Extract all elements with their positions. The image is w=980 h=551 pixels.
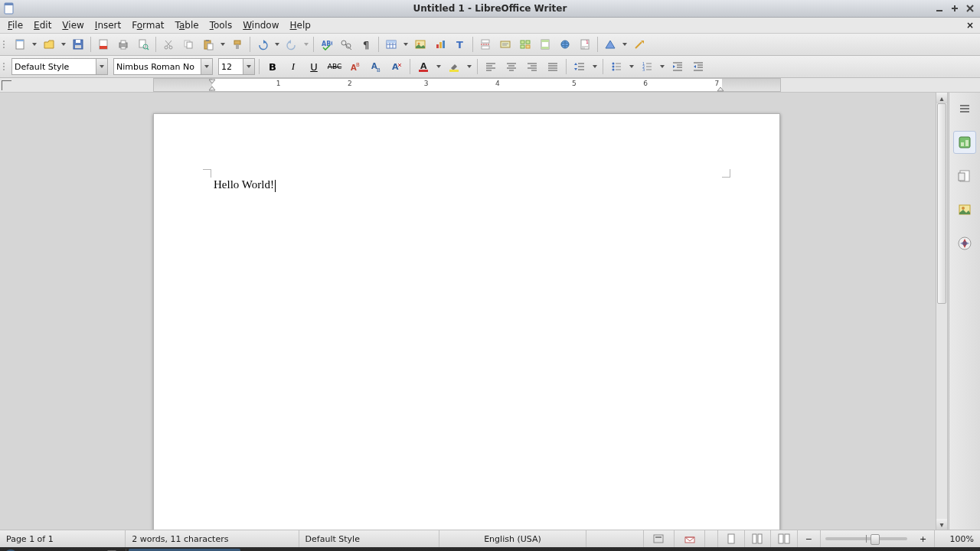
- print-preview-button[interactable]: [134, 35, 152, 54]
- bold-button[interactable]: B: [263, 57, 282, 76]
- zoom-in-button[interactable]: +: [912, 530, 936, 547]
- line-spacing-button[interactable]: [570, 57, 589, 76]
- redo-button[interactable]: [283, 35, 301, 54]
- align-center-button[interactable]: [502, 57, 521, 76]
- field-button[interactable]: [496, 35, 514, 54]
- line-spacing-dropdown[interactable]: [591, 58, 599, 75]
- menu-insert[interactable]: Insert: [90, 18, 126, 32]
- page[interactable]: Hello World!: [153, 113, 780, 530]
- clear-formatting-button[interactable]: A: [387, 57, 406, 76]
- chart-button[interactable]: [431, 35, 449, 54]
- menu-tools[interactable]: Tools: [205, 18, 237, 32]
- highlight-button[interactable]: [445, 57, 463, 76]
- italic-button[interactable]: I: [284, 57, 302, 76]
- nonprinting-chars-button[interactable]: ¶: [357, 35, 375, 54]
- status-language[interactable]: English (USA): [439, 530, 586, 547]
- superscript-button[interactable]: AB: [346, 57, 364, 76]
- save-button[interactable]: [69, 35, 87, 54]
- menu-edit[interactable]: Edit: [29, 18, 56, 32]
- font-color-dropdown[interactable]: [435, 58, 443, 75]
- paste-dropdown[interactable]: [219, 36, 227, 53]
- font-name-combo[interactable]: Nimbus Roman No: [113, 58, 213, 75]
- clone-formatting-button[interactable]: [228, 35, 247, 54]
- numbering-dropdown[interactable]: [658, 58, 666, 75]
- sidebar-properties-button[interactable]: [953, 131, 976, 154]
- view-single-page-button[interactable]: [717, 530, 744, 547]
- align-justify-button[interactable]: [544, 57, 562, 76]
- align-left-button[interactable]: [482, 57, 500, 76]
- zoom-value[interactable]: 100%: [935, 530, 980, 547]
- decrease-indent-button[interactable]: [689, 57, 707, 76]
- align-right-button[interactable]: [523, 57, 541, 76]
- footnote-button[interactable]: 1: [576, 35, 594, 54]
- paragraph-style-combo[interactable]: Default Style: [11, 58, 108, 75]
- sidebar-gallery-button[interactable]: [953, 198, 976, 221]
- header-footer-button[interactable]: [536, 35, 554, 54]
- export-pdf-button[interactable]: [94, 35, 113, 54]
- page-break-button[interactable]: [476, 35, 495, 54]
- menu-table[interactable]: Table: [171, 18, 204, 32]
- indent-marker-right[interactable]: [717, 85, 725, 93]
- paste-button[interactable]: [199, 35, 217, 54]
- draw-functions-button[interactable]: [630, 35, 648, 54]
- status-wordcount[interactable]: 2 words, 11 characters: [126, 530, 299, 547]
- zoom-out-button[interactable]: −: [798, 530, 822, 547]
- toolbar-grip[interactable]: [3, 36, 8, 53]
- sidebar-navigator-button[interactable]: [953, 232, 976, 255]
- redo-dropdown[interactable]: [302, 36, 310, 53]
- font-size-combo[interactable]: 12: [218, 58, 255, 75]
- bullets-dropdown[interactable]: [628, 58, 635, 75]
- status-signature[interactable]: [675, 530, 705, 547]
- increase-indent-button[interactable]: [668, 57, 687, 76]
- sidebar-settings-button[interactable]: [953, 97, 976, 120]
- open-dropdown[interactable]: [60, 36, 67, 53]
- cut-button[interactable]: [159, 35, 178, 54]
- vertical-scrollbar[interactable]: ▴ ▾: [936, 93, 948, 530]
- menu-window[interactable]: Window: [238, 18, 283, 32]
- print-button[interactable]: [114, 35, 132, 54]
- spellcheck-button[interactable]: ABC: [317, 35, 335, 54]
- toolbar-grip[interactable]: [3, 58, 8, 75]
- bullets-button[interactable]: [607, 57, 626, 76]
- document-close-button[interactable]: ×: [963, 20, 977, 31]
- shapes-button[interactable]: [601, 35, 619, 54]
- highlight-dropdown[interactable]: [466, 58, 473, 75]
- horizontal-ruler[interactable]: 1 2 3 4 5 6 7: [153, 78, 781, 92]
- strikethrough-button[interactable]: ABC: [325, 57, 344, 76]
- image-button[interactable]: [411, 35, 430, 54]
- view-book-button[interactable]: [771, 530, 797, 547]
- hyperlink-button[interactable]: [556, 35, 574, 54]
- table-button[interactable]: [382, 35, 400, 54]
- scroll-thumb[interactable]: [937, 103, 946, 304]
- menu-file[interactable]: File: [3, 18, 28, 32]
- view-multi-page-button[interactable]: [745, 530, 771, 547]
- menu-help[interactable]: Help: [286, 18, 315, 32]
- sidebar-styles-button[interactable]: [953, 165, 976, 187]
- underline-button[interactable]: U: [305, 57, 323, 76]
- undo-dropdown[interactable]: [273, 36, 281, 53]
- shapes-dropdown[interactable]: [621, 36, 629, 53]
- document-content[interactable]: Hello World!: [214, 178, 276, 192]
- find-replace-button[interactable]: [337, 35, 355, 54]
- start-menu-button[interactable]: [2, 548, 19, 551]
- zoom-slider[interactable]: [825, 537, 907, 540]
- subscript-button[interactable]: AB: [367, 57, 385, 76]
- status-page[interactable]: Page 1 of 1: [0, 530, 126, 547]
- menu-view[interactable]: View: [57, 18, 88, 32]
- open-button[interactable]: [40, 35, 58, 54]
- new-button[interactable]: [11, 35, 29, 54]
- scroll-down-button[interactable]: ▾: [936, 519, 947, 530]
- menu-format[interactable]: Format: [127, 18, 168, 32]
- numbering-button[interactable]: 123: [638, 57, 656, 76]
- indent-marker-left[interactable]: [209, 78, 217, 92]
- status-style[interactable]: Default Style: [299, 530, 440, 547]
- new-dropdown[interactable]: [31, 36, 38, 53]
- textbox-button[interactable]: T: [451, 35, 469, 54]
- status-selection-mode[interactable]: [644, 530, 675, 547]
- status-insert-mode[interactable]: [586, 530, 644, 547]
- font-color-button[interactable]: A: [414, 57, 433, 76]
- special-char-button[interactable]: [516, 35, 534, 54]
- undo-button[interactable]: [253, 35, 272, 54]
- table-dropdown[interactable]: [402, 36, 410, 53]
- copy-button[interactable]: [179, 35, 198, 54]
